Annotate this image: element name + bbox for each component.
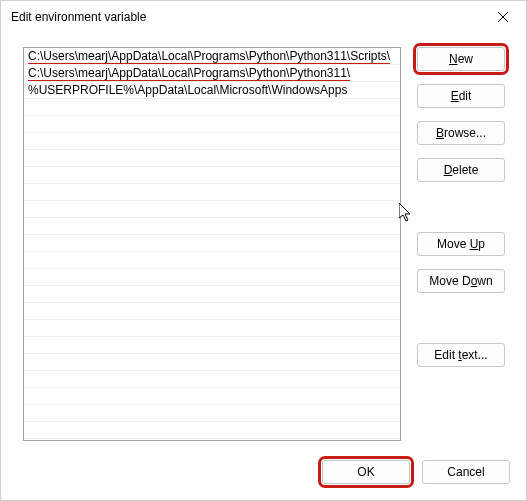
list-item[interactable]: C:\Users\mearj\AppData\Local\Programs\Py… xyxy=(24,65,400,82)
browse-button[interactable]: Browse... xyxy=(417,121,505,145)
listbox-rules xyxy=(24,99,400,440)
close-icon xyxy=(498,12,508,22)
dialog-footer: OK Cancel xyxy=(322,460,510,484)
move-up-button[interactable]: Move Up xyxy=(417,232,505,256)
edit-text-button[interactable]: Edit text... xyxy=(417,343,505,367)
list-item-text: C:\Users\mearj\AppData\Local\Programs\Py… xyxy=(28,49,390,65)
button-column: New Edit Browse... Delete Move Up xyxy=(417,47,505,441)
list-item[interactable]: %USERPROFILE%\AppData\Local\Microsoft\Wi… xyxy=(24,82,400,99)
edit-button[interactable]: Edit xyxy=(417,84,505,108)
ok-button[interactable]: OK xyxy=(322,460,410,484)
new-button[interactable]: New xyxy=(417,47,505,71)
cancel-button[interactable]: Cancel xyxy=(422,460,510,484)
close-button[interactable] xyxy=(480,1,526,33)
move-down-button[interactable]: Move Down xyxy=(417,269,505,293)
list-item[interactable]: C:\Users\mearj\AppData\Local\Programs\Py… xyxy=(24,48,400,65)
path-listbox[interactable]: C:\Users\mearj\AppData\Local\Programs\Py… xyxy=(23,47,401,441)
list-item-text: C:\Users\mearj\AppData\Local\Programs\Py… xyxy=(28,66,350,82)
dialog-title: Edit environment variable xyxy=(11,10,146,24)
dialog-body: C:\Users\mearj\AppData\Local\Programs\Py… xyxy=(1,33,526,500)
titlebar: Edit environment variable xyxy=(1,1,526,33)
list-item-text: %USERPROFILE%\AppData\Local\Microsoft\Wi… xyxy=(28,83,347,97)
delete-button[interactable]: Delete xyxy=(417,158,505,182)
dialog-window: Edit environment variable C:\Users\mearj… xyxy=(0,0,527,501)
